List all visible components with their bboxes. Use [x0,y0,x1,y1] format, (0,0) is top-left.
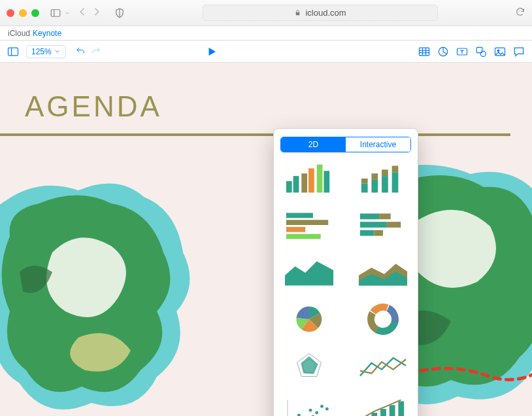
svg-rect-40 [374,230,383,236]
svg-rect-22 [324,171,329,192]
svg-rect-6 [420,48,429,56]
chart-type-area[interactable] [280,254,337,290]
zoom-window-button[interactable] [31,9,39,17]
chart-type-line-multi[interactable] [354,349,411,384]
chart-picker-popover: 2D Interactive [273,128,418,416]
svg-point-51 [297,413,300,416]
forward-button[interactable] [90,6,102,20]
insert-shape-button[interactable] [474,45,488,58]
svg-rect-35 [359,213,378,219]
redo-button[interactable] [90,46,101,57]
svg-rect-32 [286,220,327,225]
slide-canvas[interactable]: AGENDA 2D Interactive [0,63,532,416]
svg-rect-64 [389,405,395,416]
svg-point-16 [497,50,499,52]
svg-marker-47 [301,356,318,373]
chart-type-hbar-stacked[interactable] [354,207,411,243]
chart-type-pie[interactable] [280,302,337,337]
svg-rect-38 [386,222,400,228]
lock-icon [294,9,301,16]
svg-rect-33 [286,227,305,232]
segment-2d[interactable]: 2D [281,137,346,152]
keynote-toolbar: 125% [0,41,532,63]
breadcrumb-app[interactable]: Keynote [33,29,61,38]
chart-type-grid [280,160,411,416]
svg-rect-39 [359,230,373,236]
svg-rect-28 [382,169,388,176]
insert-image-button[interactable] [493,45,507,58]
play-button[interactable] [206,46,218,58]
close-window-button[interactable] [7,9,14,17]
insert-chart-button[interactable] [437,45,450,58]
svg-rect-63 [380,409,386,416]
chart-type-radar[interactable] [280,349,337,384]
svg-rect-25 [371,180,378,193]
svg-rect-30 [391,165,398,172]
privacy-shield-icon[interactable] [114,7,125,19]
insert-table-button[interactable] [418,45,431,58]
address-bar[interactable]: icloud.com [132,5,508,21]
slide-heading: AGENDA [25,90,162,123]
undo-button[interactable] [75,46,86,57]
chart-type-donut[interactable] [354,302,411,337]
svg-point-55 [320,405,324,408]
back-button[interactable] [77,6,89,20]
sidebar-toggle[interactable] [50,7,71,19]
svg-rect-3 [296,12,300,15]
chevron-down-icon [54,48,61,55]
map-left-island [0,174,203,416]
segment-interactive[interactable]: Interactive [346,137,410,152]
chart-type-bar-grouped[interactable] [280,160,337,196]
breadcrumb: iCloud Keynote Iceland [0,26,532,41]
breadcrumb-root[interactable]: iCloud [8,29,30,38]
nav-arrows [77,6,102,20]
svg-rect-26 [371,173,378,180]
chart-type-hbar-grouped[interactable] [280,207,337,243]
insert-comment-button[interactable] [512,45,525,58]
minimize-window-button[interactable] [19,9,27,17]
svg-rect-18 [293,176,299,192]
view-toggle-button[interactable] [7,45,20,58]
url-text: icloud.com [305,8,346,18]
zoom-select[interactable]: 125% [26,45,66,58]
svg-rect-29 [391,172,398,192]
svg-rect-65 [398,401,404,416]
svg-rect-23 [361,184,367,193]
chart-type-bar-stacked[interactable] [354,160,411,196]
reload-button[interactable] [515,7,525,20]
svg-point-54 [315,411,318,415]
svg-point-14 [480,51,486,56]
insert-text-button[interactable] [456,45,469,58]
svg-rect-37 [359,222,386,228]
svg-rect-34 [286,234,320,239]
heading-underline [0,133,510,136]
chart-dimension-segment: 2D Interactive [280,137,411,152]
svg-rect-17 [286,181,291,193]
window-controls [7,9,39,17]
svg-rect-19 [301,173,307,192]
svg-rect-27 [382,176,388,192]
chart-type-scatter[interactable] [280,396,337,416]
svg-rect-31 [286,213,312,218]
svg-rect-24 [361,179,367,184]
svg-rect-36 [379,213,391,219]
svg-rect-0 [51,9,60,16]
svg-point-56 [325,407,328,411]
svg-rect-4 [8,48,18,56]
chart-type-area-stacked[interactable] [354,254,411,290]
svg-rect-20 [308,168,314,192]
zoom-value: 125% [31,47,52,56]
svg-point-53 [308,409,312,412]
safari-toolbar: icloud.com [0,0,532,26]
svg-rect-21 [316,165,322,193]
chart-type-bar-trend[interactable] [354,396,411,416]
